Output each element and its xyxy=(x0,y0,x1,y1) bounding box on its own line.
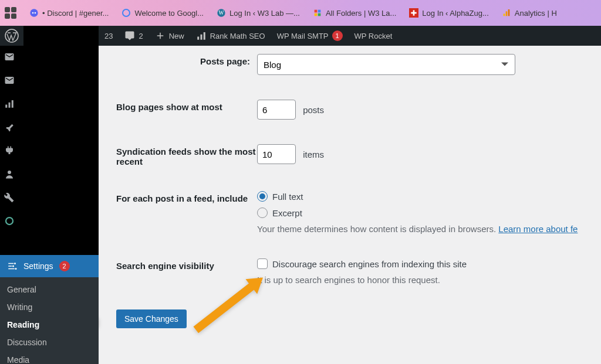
annotation-arrow-checkbox xyxy=(187,274,275,352)
swiss-icon xyxy=(409,8,418,18)
browser-tab[interactable]: • Discord | #gener... xyxy=(23,5,114,21)
sidebar-sub-writing[interactable]: Writing xyxy=(0,298,99,316)
sidebar-icon-column xyxy=(0,46,19,226)
radio-icon xyxy=(257,207,268,218)
label: New xyxy=(169,32,184,40)
browser-tab[interactable]: Welcome to Googl... xyxy=(116,5,210,21)
svg-rect-7 xyxy=(318,10,321,13)
svg-point-3 xyxy=(123,9,130,16)
svg-rect-14 xyxy=(505,11,507,16)
wprocket-item[interactable]: WP Rocket xyxy=(349,26,399,46)
tab-label: Welcome to Googl... xyxy=(134,9,204,18)
folder-icon xyxy=(313,8,322,18)
count: 23 xyxy=(104,32,113,40)
browser-tab[interactable]: Log In ‹ AlphaZug... xyxy=(403,5,494,21)
svg-point-23 xyxy=(8,171,11,174)
radio-label: Full text xyxy=(272,192,303,202)
label: Settings xyxy=(23,261,53,271)
syndication-label: Syndication feeds show the most recent xyxy=(116,144,257,166)
svg-point-1 xyxy=(32,12,34,14)
plugin-icon[interactable] xyxy=(4,145,15,156)
blog-pages-input[interactable] xyxy=(257,100,296,120)
sidebar-sub-media[interactable]: Media xyxy=(0,351,99,364)
sidebar-sub-reading[interactable]: Reading xyxy=(0,316,99,334)
app-grid-icon[interactable] xyxy=(5,7,16,19)
svg-rect-22 xyxy=(12,100,13,108)
sidebar-item-settings[interactable]: Settings 2 xyxy=(0,255,99,277)
site-name-block[interactable] xyxy=(23,26,99,46)
comment-icon xyxy=(124,30,135,41)
svg-text:W: W xyxy=(219,10,224,16)
badge: 2 xyxy=(59,261,70,271)
tab-label: All Folders | W3 La... xyxy=(326,9,396,18)
bars-icon[interactable] xyxy=(4,98,15,109)
unit-label: posts xyxy=(303,105,324,115)
comments-item[interactable]: 2 xyxy=(119,26,148,46)
discourage-checkbox-row[interactable]: Discourage search engines from indexing … xyxy=(257,258,601,269)
svg-rect-8 xyxy=(315,13,318,16)
badge: 1 xyxy=(332,30,343,41)
browser-tab[interactable]: All Folders | W3 La... xyxy=(307,5,402,21)
checkbox-label: Discourage search engines from indexing … xyxy=(272,259,467,269)
updates-item[interactable]: 23 xyxy=(99,26,119,46)
mailsmtp-item[interactable]: WP Mail SMTP 1 xyxy=(271,26,349,46)
save-changes-button[interactable]: Save Changes xyxy=(116,309,187,328)
new-content-item[interactable]: New xyxy=(149,26,190,46)
svg-rect-17 xyxy=(197,37,199,40)
tab-label: Analytics | H xyxy=(515,9,557,18)
pin-icon[interactable] xyxy=(4,122,15,132)
search-visibility-label: Search engine visibility xyxy=(116,258,257,271)
svg-point-24 xyxy=(6,217,13,224)
label: Rank Math SEO xyxy=(210,32,265,40)
feed-content-label: For each post in a feed, include xyxy=(116,191,257,203)
wordpress-icon: W xyxy=(217,8,226,18)
tab-label: • Discord | #gener... xyxy=(42,9,109,18)
radio-full-text[interactable]: Full text xyxy=(257,191,601,202)
checkbox-icon xyxy=(257,258,268,269)
browser-tab[interactable]: Analytics | H xyxy=(496,5,563,21)
radio-excerpt[interactable]: Excerpt xyxy=(257,207,601,218)
circle-icon[interactable] xyxy=(4,216,15,226)
learn-more-link[interactable]: Learn more about fe xyxy=(498,224,578,234)
count: 2 xyxy=(139,32,143,40)
radio-label: Excerpt xyxy=(272,208,302,218)
svg-rect-20 xyxy=(5,105,7,108)
rankmath-item[interactable]: Rank Math SEO xyxy=(190,26,271,46)
user-icon[interactable] xyxy=(4,169,15,179)
label: WP Rocket xyxy=(354,32,393,40)
syndication-input[interactable] xyxy=(257,144,296,164)
google-icon xyxy=(121,8,131,18)
sidebar-sub-general[interactable]: General xyxy=(0,281,99,298)
envelope-icon[interactable] xyxy=(4,75,15,86)
admin-sidebar: Settings 2 General Writing Reading Discu… xyxy=(0,46,99,364)
posts-page-label: Posts page: xyxy=(116,54,257,66)
sliders-icon xyxy=(7,261,18,271)
chart-icon xyxy=(196,30,207,41)
unit-label: items xyxy=(303,149,324,159)
svg-rect-13 xyxy=(503,13,505,16)
feed-help-text: Your theme determines how content is dis… xyxy=(257,224,601,234)
tab-label: Log In ‹ W3 Lab —... xyxy=(229,9,300,18)
svg-rect-18 xyxy=(200,35,202,40)
svg-rect-21 xyxy=(9,103,11,108)
wordpress-logo-icon[interactable] xyxy=(5,29,19,43)
discord-icon xyxy=(29,8,39,18)
svg-rect-12 xyxy=(411,12,417,14)
wrench-icon[interactable] xyxy=(4,192,15,203)
blog-pages-label: Blog pages show at most xyxy=(116,100,257,112)
radio-icon xyxy=(257,191,268,202)
svg-rect-6 xyxy=(315,10,318,13)
sidebar-sub-discussion[interactable]: Discussion xyxy=(0,334,99,351)
posts-page-select[interactable]: Blog xyxy=(257,54,515,75)
tab-label: Log In ‹ AlphaZug... xyxy=(422,9,488,18)
svg-point-26 xyxy=(12,266,14,267)
svg-rect-19 xyxy=(203,32,205,40)
label: WP Mail SMTP xyxy=(277,32,329,40)
svg-rect-9 xyxy=(318,13,321,16)
mail-icon[interactable] xyxy=(4,52,15,62)
sev-help-text: It is up to search engines to honor this… xyxy=(257,275,601,285)
svg-rect-15 xyxy=(508,9,509,16)
browser-tab[interactable]: W Log In ‹ W3 Lab —... xyxy=(211,5,306,21)
analytics-icon xyxy=(502,8,511,18)
settings-content: Posts page: Blog Blog pages show at most… xyxy=(99,46,601,364)
